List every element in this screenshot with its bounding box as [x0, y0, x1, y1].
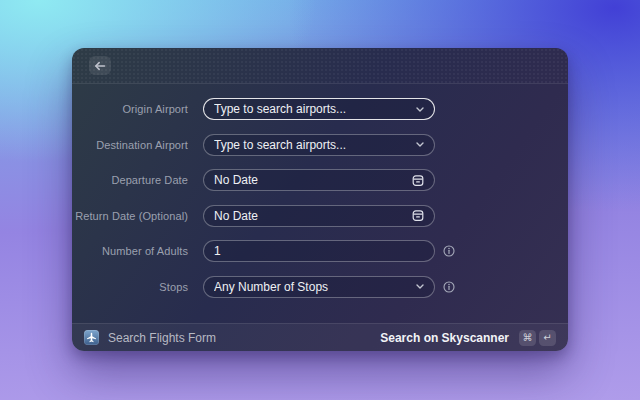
chevron-down-icon — [416, 142, 424, 147]
field-label: Origin Airport — [72, 103, 188, 115]
number-of-adults-field — [203, 240, 435, 262]
info-icon[interactable] — [443, 281, 455, 293]
primary-action-label[interactable]: Search on Skyscanner — [380, 331, 509, 345]
back-button[interactable] — [89, 56, 111, 75]
info-icon[interactable] — [443, 245, 455, 257]
field-row-number-of-adults: Number of Adults — [72, 240, 568, 262]
footer-title: Search Flights Form — [108, 331, 216, 345]
stops-select[interactable]: Any Number of Stops — [203, 276, 435, 298]
chevron-down-icon — [416, 107, 424, 112]
origin-airport-select[interactable]: Type to search airports... — [203, 98, 435, 120]
calendar-icon — [412, 209, 424, 222]
calendar-icon — [412, 174, 424, 187]
field-row-destination-airport: Destination Airport Type to search airpo… — [72, 134, 568, 156]
field-label: Destination Airport — [72, 139, 188, 151]
command-key-icon: ⌘ — [519, 330, 536, 346]
field-label: Departure Date — [72, 174, 188, 186]
window-header — [72, 48, 568, 84]
chevron-down-icon — [416, 284, 424, 289]
field-row-origin-airport: Origin Airport Type to search airports..… — [72, 98, 568, 120]
field-label: Return Date (Optional) — [72, 210, 188, 222]
origin-airport-placeholder: Type to search airports... — [214, 102, 416, 116]
window-footer: Search Flights Form Search on Skyscanner… — [72, 323, 568, 351]
departure-date-value: No Date — [214, 173, 412, 187]
field-row-departure-date: Departure Date No Date — [72, 169, 568, 191]
footer-actions: Search on Skyscanner ⌘ ↵ — [380, 330, 556, 346]
number-of-adults-input[interactable] — [214, 244, 424, 258]
destination-airport-select[interactable]: Type to search airports... — [203, 134, 435, 156]
destination-airport-placeholder: Type to search airports... — [214, 138, 416, 152]
return-date-value: No Date — [214, 209, 412, 223]
field-label: Stops — [72, 281, 188, 293]
field-row-stops: Stops Any Number of Stops — [72, 276, 568, 298]
form-body: Origin Airport Type to search airports..… — [72, 84, 568, 323]
arrow-left-icon — [94, 61, 106, 71]
departure-date-picker[interactable]: No Date — [203, 169, 435, 191]
return-key-icon: ↵ — [539, 330, 556, 346]
field-label: Number of Adults — [72, 245, 188, 257]
search-flights-form-window: Origin Airport Type to search airports..… — [72, 48, 568, 351]
stops-value: Any Number of Stops — [214, 280, 416, 294]
field-row-return-date: Return Date (Optional) No Date — [72, 205, 568, 227]
airplane-icon — [84, 330, 99, 345]
return-date-picker[interactable]: No Date — [203, 205, 435, 227]
